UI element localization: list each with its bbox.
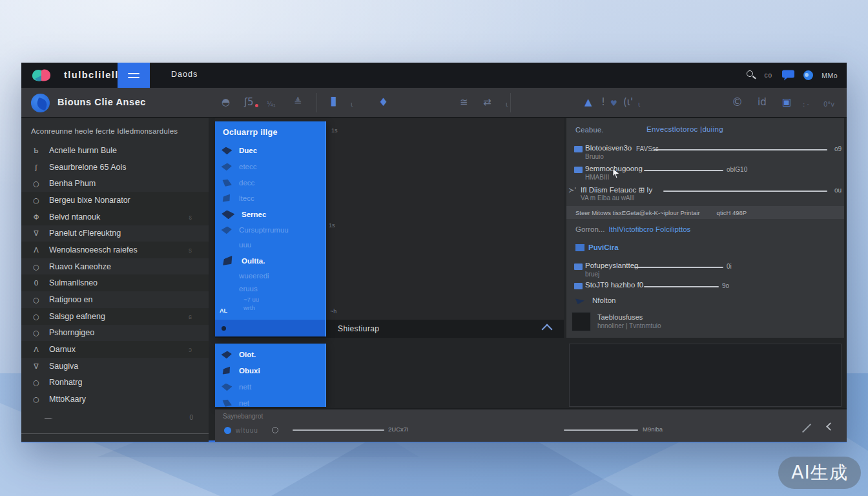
menu-item[interactable]: decc xyxy=(215,176,325,190)
ring-icon[interactable] xyxy=(272,427,278,433)
submenu-item[interactable]: Obuxi xyxy=(215,364,325,378)
key-icon[interactable]: 0°v xyxy=(823,98,834,111)
layer-chip-icon[interactable] xyxy=(574,283,583,289)
tick-icon[interactable]: ι xyxy=(351,98,353,111)
sidebar-item[interactable]: ΛOarnuxɔ xyxy=(21,341,209,358)
menu-item-daods[interactable]: Daods xyxy=(171,70,198,79)
iron-icon[interactable]: ≜ xyxy=(294,96,302,108)
menu-item[interactable]: Duec xyxy=(215,143,325,158)
menu-selected-strip[interactable] xyxy=(215,320,325,336)
sidebar-item[interactable]: ∇Panelut cFlereuktng xyxy=(21,225,209,242)
menu-item[interactable]: ltecc xyxy=(215,191,325,205)
swap-icon[interactable]: ⇄ xyxy=(483,96,491,108)
sidebar-item[interactable]: ΦBelvd ntanoukɛ xyxy=(21,209,209,225)
sidebar-item[interactable]: ʃSeaurbrelone 65 Aois xyxy=(21,159,209,176)
inspector-header-left: Ceabue. xyxy=(575,126,604,134)
mountain-icon[interactable]: ▲ xyxy=(584,96,592,108)
menu-item-icon xyxy=(221,382,232,391)
clamp-icon[interactable]: ʃ5 xyxy=(244,96,254,108)
menu-item[interactable]: Sernec xyxy=(215,207,325,222)
submenu-item-label: Oiot. xyxy=(239,351,256,358)
slider-track[interactable] xyxy=(663,191,827,192)
sidebar-item[interactable]: ΛWenolasnoeesch raiefess xyxy=(21,242,209,258)
layer-chip-icon[interactable] xyxy=(574,167,583,173)
sidebar-item[interactable]: ∇Saugiva xyxy=(21,358,209,375)
sidebar-item[interactable]: ○Benha Phum xyxy=(21,175,209,192)
sidebar-item[interactable]: ○Pshorngigeo xyxy=(21,324,209,341)
sidebar-item-label: Pshorngigeo xyxy=(49,328,94,337)
slider-track[interactable] xyxy=(634,267,723,268)
list-icon: ○ xyxy=(32,196,41,205)
layer-chip-icon[interactable] xyxy=(574,146,583,152)
scale-slider-track[interactable] xyxy=(564,429,638,431)
sidebar-item[interactable]: ○Ruavo Kaneohze xyxy=(21,258,209,275)
slider-sublabel: bruej xyxy=(585,271,599,278)
pen-icon[interactable] xyxy=(802,424,811,433)
slider-track[interactable] xyxy=(644,286,719,287)
sidebar-item[interactable]: ƄAcnelle hurnn Bule xyxy=(21,142,209,159)
hyperlink[interactable]: IthIVictofibcro Folcilipttos xyxy=(608,225,690,233)
menu-item-label: Oultta. xyxy=(242,257,265,265)
folder-icon[interactable]: ▣ xyxy=(782,96,791,108)
zoom-slider-track[interactable] xyxy=(293,429,384,431)
chat-bubble-icon[interactable] xyxy=(781,70,795,81)
menu-item[interactable]: Oultta. xyxy=(215,254,325,268)
list-icon: ○ xyxy=(32,313,41,321)
collapse-icon[interactable] xyxy=(41,418,53,422)
menu-item[interactable]: wueeredi xyxy=(215,269,325,283)
sidebar-item[interactable]: ○Ronhatrg xyxy=(21,374,209,391)
sidebar-item-label: Seaurbrelone 65 Aois xyxy=(49,163,127,172)
chevron-up-icon[interactable] xyxy=(542,324,553,335)
menu-item[interactable]: etecc xyxy=(215,160,325,174)
sidebar-item[interactable]: 0Sulmanllsneo xyxy=(21,274,209,291)
quarter-icon[interactable]: ¼₁ xyxy=(267,98,276,111)
slider-track[interactable] xyxy=(644,170,723,171)
expand-chevron-icon[interactable]: ≻' xyxy=(568,186,576,194)
slider-track[interactable] xyxy=(654,149,827,150)
chevron-left-icon[interactable] xyxy=(826,422,834,431)
project-logo-icon[interactable] xyxy=(31,94,50,112)
menu-item-label: Duec xyxy=(239,147,257,154)
slider-row: StoJT9 hazhbo f0 9o xyxy=(566,281,844,296)
dome-icon[interactable]: ◓ xyxy=(222,96,230,108)
slider-value: ou xyxy=(834,187,842,194)
submenu-item-label: Obuxi xyxy=(239,367,260,375)
menu-item[interactable]: eruus xyxy=(215,282,325,296)
submenu-item[interactable]: Oiot. xyxy=(215,347,325,362)
menu-item-label: decc xyxy=(239,179,254,187)
menu-item[interactable]: wrth xyxy=(215,303,325,312)
flask-icon[interactable]: ♦ xyxy=(378,96,388,108)
search-icon[interactable] xyxy=(747,70,756,80)
app-window: tlulbclilell Daods co MMo Biouns Clie An… xyxy=(21,63,847,442)
dot-icon[interactable]: ι xyxy=(638,98,640,111)
menu-item[interactable]: Cursuptrrumuu xyxy=(215,223,325,237)
sidebar-item-label: Ratignoo en xyxy=(49,295,92,304)
avatar[interactable] xyxy=(803,70,813,80)
menu-item[interactable]: ~7 uu xyxy=(215,294,325,304)
paren-icon[interactable]: (ι' xyxy=(623,96,633,108)
submenu-item[interactable]: nett xyxy=(215,380,325,394)
exclaim-icon[interactable]: ! xyxy=(601,96,605,108)
list-icon: ○ xyxy=(32,378,41,387)
sidebar-item[interactable]: ○Ratignoo en xyxy=(21,291,209,308)
copyright-icon[interactable]: © xyxy=(732,96,743,108)
slider-row: 9emmochugoong HMABIII oblG10 xyxy=(566,165,844,184)
section-header-bar[interactable]: Steer Mitows tisxEGeta@ek-K-~iplour Prin… xyxy=(566,206,844,219)
sidebar-item[interactable]: ○Bergeu bixe Nonarator xyxy=(21,192,209,209)
inspector-header-right[interactable]: Envecstlotoroc |duiing xyxy=(646,125,723,133)
small-tick-icon[interactable]: ι xyxy=(506,98,508,111)
clip-card[interactable]: Taeblousfuses hnnoliner | Tvntnmtuio xyxy=(572,312,836,334)
sidebar-item[interactable]: ○MttoKaary xyxy=(21,391,209,408)
layer-chip-icon[interactable] xyxy=(574,264,583,270)
co-label: co xyxy=(765,72,773,79)
menu-item[interactable]: uuu xyxy=(215,238,325,252)
more-dots-icon[interactable]: : · xyxy=(803,98,809,111)
record-dot-icon[interactable] xyxy=(224,427,231,434)
id-card-icon[interactable]: id xyxy=(758,96,767,108)
sidebar-item[interactable]: ○Salsgp eafnengɕ xyxy=(21,308,209,325)
canvas-footer-label: Shiestiurap xyxy=(338,324,379,333)
badge-icon[interactable]: ▮ xyxy=(330,94,336,107)
hamburger-menu-button[interactable] xyxy=(118,63,150,88)
layers-icon[interactable]: ≅ xyxy=(460,96,468,108)
drop-icon[interactable]: ♥ xyxy=(610,97,617,110)
